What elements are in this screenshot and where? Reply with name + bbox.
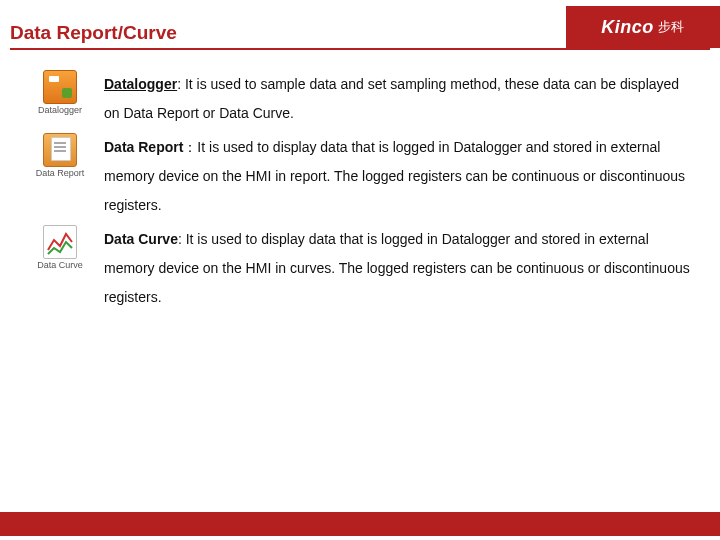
icon-label: Datalogger: [28, 105, 92, 115]
item-datalogger: Datalogger Datalogger: It is used to sam…: [28, 70, 692, 127]
item-title: Data Report: [104, 139, 183, 155]
data-curve-icon: [43, 225, 77, 259]
item-data-curve: Data Curve Data Curve: It is used to dis…: [28, 225, 692, 311]
content-area: Datalogger Datalogger: It is used to sam…: [0, 50, 720, 312]
brand-cn: 步科: [658, 18, 685, 36]
icon-label: Data Curve: [28, 260, 92, 270]
item-data-report: Data Report Data Report：It is used to di…: [28, 133, 692, 219]
item-title: Data Curve: [104, 231, 178, 247]
item-desc: : It is used to sample data and set samp…: [104, 76, 679, 121]
item-desc: : It is used to display data that is log…: [104, 231, 690, 304]
item-title: Datalogger: [104, 76, 177, 92]
item-text: Data Curve: It is used to display data t…: [104, 225, 692, 311]
brand-logo: Kinco 步科: [566, 6, 720, 48]
icon-label: Data Report: [28, 168, 92, 178]
item-text: Data Report：It is used to display data t…: [104, 133, 692, 219]
data-report-icon: [43, 133, 77, 167]
datalogger-icon: [43, 70, 77, 104]
brand-text: Kinco: [601, 17, 654, 38]
item-desc: ：It is used to display data that is logg…: [104, 139, 685, 212]
page-title: Data Report/Curve: [10, 22, 566, 48]
item-text: Datalogger: It is used to sample data an…: [104, 70, 692, 127]
footer-bar: [0, 512, 720, 536]
